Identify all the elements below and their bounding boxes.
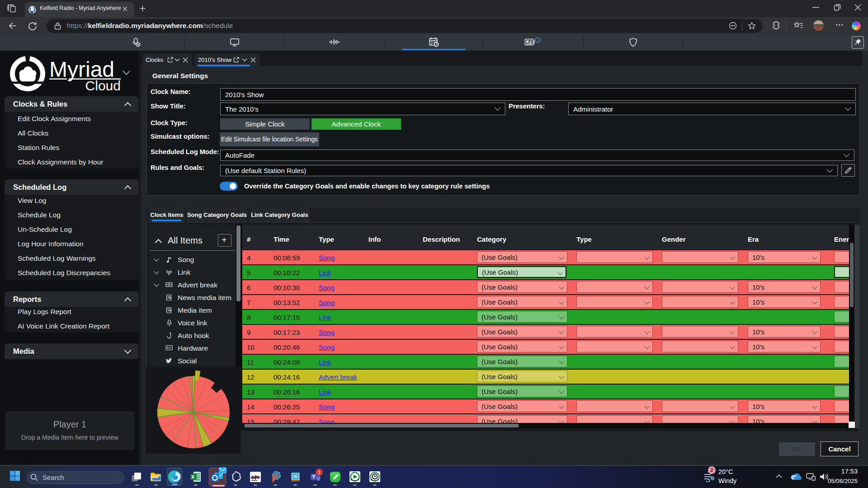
- svg-text:Cloud: Cloud: [85, 78, 121, 93]
